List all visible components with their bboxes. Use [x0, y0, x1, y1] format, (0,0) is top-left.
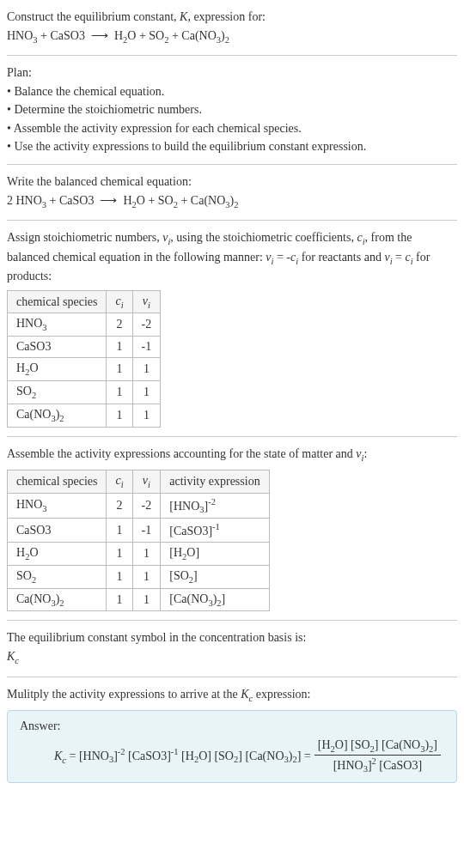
table-header-row: chemical species ci νi [8, 290, 161, 313]
table-cell: HNO3 [8, 313, 107, 337]
prompt-section: Construct the equilibrium constant, K, e… [7, 9, 457, 46]
table-cell: 1 [107, 404, 132, 427]
table-cell: H2O [8, 543, 107, 566]
table-cell: Ca(NO3)2 [8, 588, 107, 611]
table-header: ci [107, 470, 132, 494]
table-cell: [HNO3]-2 [161, 493, 269, 518]
plan-item: • Determine the stoichiometric numbers. [7, 101, 457, 118]
table-row: H2O 1 1 [8, 358, 161, 381]
plan-heading: Plan: [7, 64, 457, 82]
divider [7, 436, 457, 437]
plan-item: • Balance the chemical equation. [7, 83, 457, 100]
answer-box: Answer: Kc = [HNO3]-2 [CaSO3]-1 [H2O] [S… [7, 710, 457, 783]
table-cell: 1 [132, 381, 161, 404]
table-cell: 1 [107, 588, 132, 611]
table-cell: 1 [107, 337, 132, 358]
table-row: CaSO3 1 -1 [CaSO3]-1 [8, 519, 270, 543]
table-cell: [H2O] [161, 543, 269, 566]
plan-section: Plan: • Balance the chemical equation. •… [7, 64, 457, 155]
answer-fraction: [H2O] [SO2] [Ca(NO3)2] [HNO3]2 [CaSO3] [314, 738, 441, 774]
table-cell: -2 [132, 313, 161, 337]
table-cell: 1 [132, 588, 161, 611]
table-cell: 1 [132, 543, 161, 566]
table-row: HNO3 2 -2 [HNO3]-2 [8, 493, 270, 518]
table-cell: 1 [107, 519, 132, 543]
table-cell: Ca(NO3)2 [8, 404, 107, 427]
table-cell: 1 [132, 565, 161, 588]
answer-expression: Kc = [HNO3]-2 [CaSO3]-1 [H2O] [SO2] [Ca(… [54, 738, 444, 774]
table-header: νi [132, 290, 161, 313]
table-row: Ca(NO3)2 1 1 [Ca(NO3)2] [8, 588, 270, 611]
answer-label: Answer: [20, 719, 444, 733]
divider [7, 220, 457, 221]
divider [7, 164, 457, 165]
assign-section: Assign stoichiometric numbers, νi, using… [7, 229, 457, 428]
multiply-text: Mulitply the activity expressions to arr… [7, 686, 457, 705]
table-header: chemical species [8, 290, 107, 313]
table-cell: 1 [107, 358, 132, 381]
answer-lhs: Kc = [HNO3]-2 [CaSO3]-1 [H2O] [SO2] [Ca(… [54, 747, 311, 764]
table-cell: CaSO3 [8, 337, 107, 358]
table-cell: SO2 [8, 381, 107, 404]
table-header: chemical species [8, 470, 107, 494]
table-cell: [CaSO3]-1 [161, 519, 269, 543]
table-cell: 1 [107, 543, 132, 566]
table-row: CaSO3 1 -1 [8, 337, 161, 358]
activity-table: chemical species ci νi activity expressi… [7, 470, 270, 611]
prompt-equation: HNO3 + CaSO3 ⟶ H2O + SO2 + Ca(NO3)2 [7, 27, 457, 46]
table-row: HNO3 2 -2 [8, 313, 161, 337]
table-cell: [SO2] [161, 565, 269, 588]
activity-section: Assemble the activity expressions accoun… [7, 446, 457, 612]
divider [7, 620, 457, 621]
table-cell: -1 [132, 519, 161, 543]
balanced-heading: Write the balanced chemical equation: [7, 173, 457, 191]
table-row: SO2 1 1 [8, 381, 161, 404]
table-cell: 1 [132, 404, 161, 427]
table-cell: 2 [107, 493, 132, 518]
divider [7, 55, 457, 56]
eqconst-section: The equilibrium constant symbol in the c… [7, 629, 457, 667]
stoich-table: chemical species ci νi HNO3 2 -2 CaSO3 1… [7, 290, 161, 428]
table-cell: HNO3 [8, 493, 107, 518]
table-cell: CaSO3 [8, 519, 107, 543]
table-header: νi [132, 470, 161, 494]
table-cell: SO2 [8, 565, 107, 588]
divider [7, 677, 457, 677]
prompt-line1: Construct the equilibrium constant, K, e… [7, 9, 457, 26]
table-cell: 1 [107, 565, 132, 588]
plan-item: • Use the activity expressions to build … [7, 138, 457, 155]
table-row: SO2 1 1 [SO2] [8, 565, 270, 588]
answer-denominator: [HNO3]2 [CaSO3] [314, 756, 441, 774]
table-header-row: chemical species ci νi activity expressi… [8, 470, 270, 494]
assign-text: Assign stoichiometric numbers, νi, using… [7, 229, 457, 285]
balanced-equation: 2 HNO3 + CaSO3 ⟶ H2O + SO2 + Ca(NO3)2 [7, 192, 457, 211]
eqconst-text: The equilibrium constant symbol in the c… [7, 629, 457, 646]
answer-numerator: [H2O] [SO2] [Ca(NO3)2] [314, 738, 441, 756]
table-cell: 1 [107, 381, 132, 404]
table-cell: -2 [132, 493, 161, 518]
table-cell: -1 [132, 337, 161, 358]
table-header: ci [107, 290, 132, 313]
table-cell: H2O [8, 358, 107, 381]
table-cell: [Ca(NO3)2] [161, 588, 269, 611]
table-cell: 1 [132, 358, 161, 381]
eqconst-symbol: Kc [7, 648, 457, 667]
balanced-section: Write the balanced chemical equation: 2 … [7, 173, 457, 211]
plan-item: • Assemble the activity expression for e… [7, 120, 457, 137]
table-cell: 2 [107, 313, 132, 337]
assemble-text: Assemble the activity expressions accoun… [7, 446, 457, 464]
table-header: activity expression [161, 470, 269, 494]
table-row: Ca(NO3)2 1 1 [8, 404, 161, 427]
table-row: H2O 1 1 [H2O] [8, 543, 270, 566]
multiply-section: Mulitply the activity expressions to arr… [7, 686, 457, 784]
